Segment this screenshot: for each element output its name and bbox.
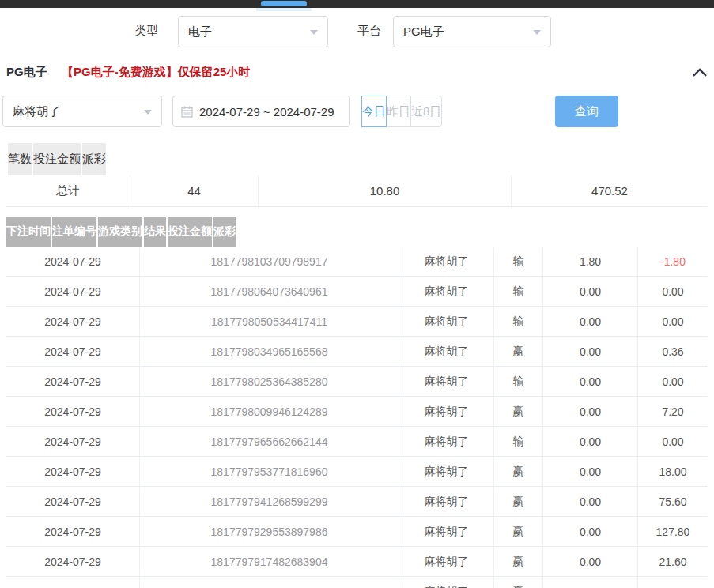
bet-date: 2024-07-29 [6, 457, 140, 486]
bet-payout: 18.00 [638, 457, 708, 486]
bet-amount: 0.00 [543, 397, 638, 426]
bet-payout: 0.00 [638, 367, 708, 396]
calendar-icon [181, 106, 193, 118]
bet-id: 1817797917482683904 [140, 547, 399, 576]
bet-result: 输 [494, 247, 543, 276]
bets-header-cell: 派彩 [213, 217, 236, 247]
bet-game: 麻将胡了 [399, 427, 494, 456]
game-select[interactable]: 麻将胡了 [2, 96, 162, 127]
collapse-button[interactable] [689, 63, 710, 81]
summary-payout: 470.52 [512, 175, 708, 206]
table-row: 2024-07-29 1817798034965165568 麻将胡了 赢 0.… [6, 337, 708, 367]
bet-payout: 75.60 [638, 487, 708, 516]
bets-header-cell: 注单编号 [52, 217, 98, 247]
bet-payout: 21.60 [638, 547, 708, 576]
bet-game: 麻将胡了 [399, 547, 494, 576]
platform-label: 平台 [357, 16, 381, 46]
bet-date: 2024-07-29 [6, 547, 140, 576]
table-row: 麻将胡了 赢 [6, 577, 708, 588]
bet-result: 赢 [494, 547, 543, 576]
bet-id: 1817798050534417411 [140, 307, 399, 336]
bet-result: 赢 [494, 397, 543, 426]
table-row: 2024-07-29 1817797965662662144 麻将胡了 输 0.… [6, 427, 708, 457]
bet-payout: 0.00 [638, 427, 708, 456]
quick-range-button[interactable]: 近8日 [410, 96, 442, 127]
bets-header-cell: 游戏类别 [98, 217, 144, 247]
bet-payout: 0.00 [638, 307, 708, 336]
bet-payout: 7.20 [638, 397, 708, 426]
platform-select[interactable]: PG电子 [393, 16, 551, 47]
bet-result: 赢 [494, 487, 543, 516]
bet-game: 麻将胡了 [399, 307, 494, 336]
bet-result: 输 [494, 307, 543, 336]
bet-id: 1817797965662662144 [140, 427, 399, 456]
bet-date: 2024-07-29 [6, 337, 140, 366]
quick-range-button-group: 今日 昨日 近8日 [362, 96, 442, 127]
quick-range-button[interactable]: 昨日 [386, 96, 411, 127]
bet-game: 麻将胡了 [399, 487, 494, 516]
section-title: PG电子 [6, 65, 47, 80]
summary-header-cell: 笔数 [8, 143, 33, 175]
bet-amount: 0.00 [543, 307, 638, 336]
summary-header-cell: 派彩 [82, 143, 106, 175]
bets-table: 下注时间 注单编号 游戏类别 结果 投注金额 派彩 2024-07-29 181… [6, 217, 708, 588]
date-range-value: 2024-07-29 ~ 2024-07-29 [199, 105, 334, 119]
bet-date: 2024-07-29 [6, 307, 140, 336]
bet-amount: 0.00 [543, 367, 638, 396]
page: 类型 电子 平台 PG电子 PG电子 【PG电子-免费游戏】仅保留25小时 麻将… [0, 0, 714, 588]
table-row: 2024-07-29 1817797929553897986 麻将胡了 赢 0.… [6, 517, 708, 547]
quick-range-button[interactable]: 今日 [361, 96, 387, 127]
bet-result: 赢 [494, 517, 543, 546]
top-scroll-bar [0, 0, 714, 8]
bets-header-cell: 投注金额 [168, 217, 213, 247]
table-row: 2024-07-29 1817798025364385280 麻将胡了 输 0.… [6, 367, 708, 397]
type-select[interactable]: 电子 [178, 16, 328, 47]
bet-amount: 0.00 [543, 277, 638, 306]
table-row: 2024-07-29 1817798103709798917 麻将胡了 输 1.… [6, 247, 708, 277]
bet-date [6, 577, 140, 588]
bet-amount: 0.00 [543, 547, 638, 576]
bet-amount: 0.00 [543, 427, 638, 456]
bet-date: 2024-07-29 [6, 487, 140, 516]
game-select-value: 麻将胡了 [13, 104, 60, 119]
bet-payout: 0.36 [638, 337, 708, 366]
table-row: 2024-07-29 1817797941268599299 麻将胡了 赢 0.… [6, 487, 708, 517]
scroll-indicator[interactable] [261, 1, 307, 6]
bet-payout: 127.80 [638, 517, 708, 546]
summary-header-cell: 投注金额 [33, 143, 82, 175]
type-label: 类型 [134, 16, 158, 46]
bet-date: 2024-07-29 [6, 427, 140, 456]
bet-result: 输 [494, 277, 543, 306]
table-row: 2024-07-29 1817797917482683904 麻将胡了 赢 0.… [6, 547, 708, 577]
chevron-down-icon [310, 30, 318, 35]
table-row: 2024-07-29 1817798009946124289 麻将胡了 赢 0.… [6, 397, 708, 427]
bet-amount [543, 577, 638, 588]
bet-amount: 0.00 [543, 337, 638, 366]
summary-bet-amount: 10.80 [259, 175, 512, 206]
bet-date: 2024-07-29 [6, 397, 140, 426]
table-row: 2024-07-29 1817797953771816960 麻将胡了 赢 0.… [6, 457, 708, 487]
table-row: 2024-07-29 1817798064073640961 麻将胡了 输 0.… [6, 277, 708, 307]
summary-count: 44 [130, 175, 259, 206]
chevron-down-icon [533, 30, 541, 35]
bet-game: 麻将胡了 [399, 337, 494, 366]
bet-result: 输 [494, 367, 543, 396]
bet-id: 1817797929553897986 [140, 517, 399, 546]
bet-game: 麻将胡了 [399, 277, 494, 306]
bet-date: 2024-07-29 [6, 247, 140, 276]
bet-result: 输 [494, 427, 543, 456]
scroll-indicator-glow [256, 8, 312, 11]
bet-result: 赢 [494, 577, 543, 588]
bet-id: 1817798103709798917 [140, 247, 399, 276]
date-range-input[interactable]: 2024-07-29 ~ 2024-07-29 [172, 96, 350, 127]
table-row: 2024-07-29 1817798050534417411 麻将胡了 输 0.… [6, 307, 708, 337]
bet-game: 麻将胡了 [399, 517, 494, 546]
bet-result: 赢 [494, 457, 543, 486]
search-button[interactable]: 查询 [555, 96, 618, 127]
bet-amount: 0.00 [543, 457, 638, 486]
bet-amount: 0.00 [543, 487, 638, 516]
bets-header-row: 下注时间 注单编号 游戏类别 结果 投注金额 派彩 [6, 217, 708, 247]
section-notice: 【PG电子-免费游戏】仅保留25小时 [62, 65, 250, 80]
bet-result: 赢 [494, 337, 543, 366]
platform-select-value: PG电子 [403, 24, 444, 40]
